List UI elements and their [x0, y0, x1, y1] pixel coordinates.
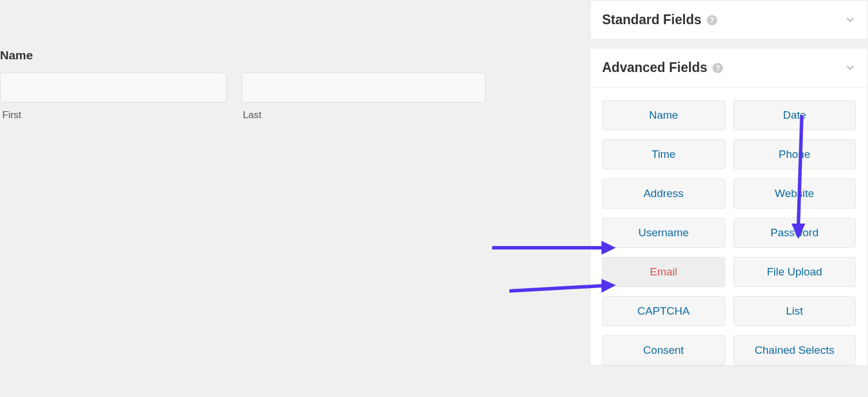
advanced-fields-body: Name Date Time Phone Address Website Use…	[591, 87, 867, 365]
field-button-label: Phone	[779, 148, 810, 161]
svg-text:?: ?	[715, 63, 721, 73]
standard-fields-header[interactable]: Standard Fields ?	[591, 1, 867, 39]
field-time-button[interactable]: Time	[602, 139, 725, 169]
field-email-button[interactable]: Email	[602, 257, 725, 287]
field-button-label: Website	[775, 187, 814, 200]
advanced-fields-panel: Advanced Fields ? Name Date Time Phone A…	[590, 48, 868, 366]
field-chainedselects-button[interactable]: Chained Selects	[733, 335, 856, 365]
field-button-label: Email	[650, 266, 677, 278]
field-button-label: Name	[649, 109, 678, 122]
field-button-label: CAPTCHA	[637, 305, 690, 317]
field-button-label: File Upload	[767, 266, 822, 278]
field-button-label: Address	[644, 187, 684, 200]
name-field-label: Name	[0, 48, 33, 62]
advanced-fields-header[interactable]: Advanced Fields ?	[591, 48, 867, 87]
standard-fields-title-wrap: Standard Fields ?	[602, 12, 718, 28]
advanced-fields-title: Advanced Fields	[602, 60, 707, 75]
field-date-button[interactable]: Date	[733, 100, 856, 130]
chevron-down-icon	[846, 63, 855, 73]
field-button-label: Username	[638, 226, 689, 239]
field-name-button[interactable]: Name	[602, 100, 725, 130]
field-captcha-button[interactable]: CAPTCHA	[602, 296, 725, 326]
field-consent-button[interactable]: Consent	[602, 335, 725, 365]
field-button-label: List	[786, 305, 803, 317]
field-fileupload-button[interactable]: File Upload	[733, 257, 856, 287]
first-name-input[interactable]	[0, 73, 227, 103]
standard-fields-panel: Standard Fields ?	[590, 0, 868, 40]
field-button-label: Password	[771, 226, 818, 239]
field-button-label: Chained Selects	[755, 344, 834, 357]
svg-text:?: ?	[709, 16, 714, 25]
help-icon[interactable]: ?	[706, 14, 718, 26]
field-website-button[interactable]: Website	[733, 179, 856, 209]
chevron-down-icon	[846, 16, 855, 25]
standard-fields-title: Standard Fields	[602, 12, 702, 28]
field-list-button[interactable]: List	[733, 296, 856, 326]
field-button-label: Consent	[643, 344, 684, 357]
last-name-input[interactable]	[242, 73, 486, 103]
field-phone-button[interactable]: Phone	[733, 139, 856, 169]
advanced-fields-title-wrap: Advanced Fields ?	[602, 60, 724, 75]
last-sub-label: Last	[243, 109, 261, 121]
first-sub-label: First	[2, 109, 21, 121]
help-icon[interactable]: ?	[712, 62, 724, 74]
fields-sidebar: Standard Fields ? Advanced Fields ?	[590, 0, 868, 397]
field-username-button[interactable]: Username	[602, 218, 725, 248]
form-canvas: Name First Last	[0, 0, 590, 397]
field-address-button[interactable]: Address	[602, 179, 725, 209]
field-button-label: Time	[652, 148, 676, 161]
field-password-button[interactable]: Password	[733, 218, 856, 248]
field-button-label: Date	[783, 109, 806, 122]
